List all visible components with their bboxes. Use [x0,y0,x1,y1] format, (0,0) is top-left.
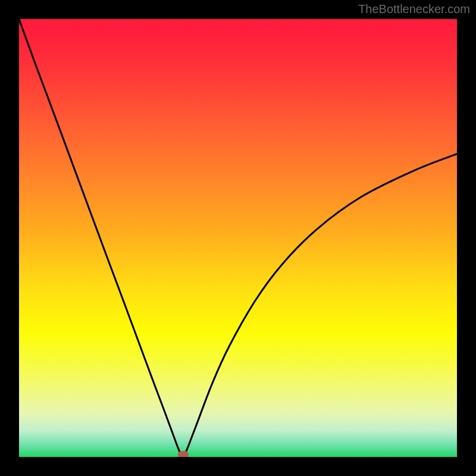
attribution-text: TheBottlenecker.com [358,2,470,16]
plot-area [19,19,457,457]
bottleneck-curve-svg [19,19,457,457]
bottleneck-curve-path [19,19,457,457]
optimal-point-marker [178,451,189,457]
